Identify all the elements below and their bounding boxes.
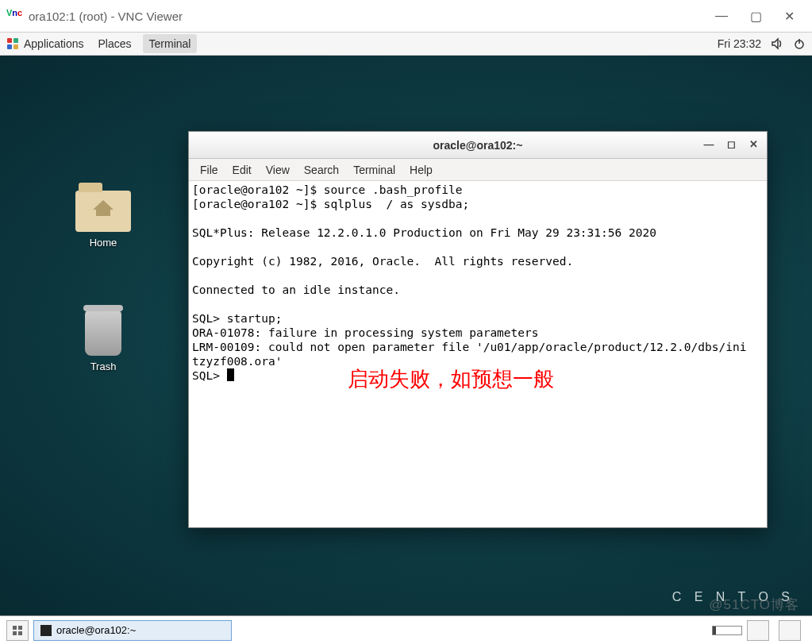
close-icon[interactable]: ✕ (784, 9, 795, 24)
terminal-menubar: File Edit View Search Terminal Help (189, 159, 767, 181)
term-menu-view[interactable]: View (260, 161, 296, 179)
taskbar-item-label: oracle@ora102:~ (56, 624, 136, 636)
sound-icon[interactable] (771, 37, 783, 50)
clock[interactable]: Fri 23:32 (718, 37, 761, 50)
term-menu-search[interactable]: Search (298, 161, 345, 179)
term-minimize-icon[interactable]: — (700, 135, 718, 152)
term-menu-file[interactable]: File (194, 161, 225, 179)
svg-rect-2 (13, 626, 17, 630)
svg-rect-3 (18, 626, 22, 630)
gnome-taskbar: oracle@ora102:~ (0, 615, 812, 644)
home-label: Home (67, 237, 139, 249)
home-folder[interactable]: Home (67, 191, 139, 249)
tray-button-2[interactable] (779, 620, 801, 641)
gnome-topbar: Applications Places Terminal Fri 23:32 (0, 32, 812, 56)
vnc-logo-icon: Vnc (6, 8, 22, 24)
trash[interactable]: Trash (67, 310, 139, 372)
tray-button-1[interactable] (747, 620, 769, 641)
term-menu-help[interactable]: Help (403, 161, 439, 179)
power-icon[interactable] (793, 37, 806, 50)
menu-terminal[interactable]: Terminal (143, 34, 198, 53)
taskbar-item-terminal[interactable]: oracle@ora102:~ (33, 620, 232, 641)
vnc-window: Vnc ora102:1 (root) - VNC Viewer — ▢ ✕ A… (0, 0, 812, 644)
trash-icon (85, 310, 121, 356)
vnc-titlebar[interactable]: Vnc ora102:1 (root) - VNC Viewer — ▢ ✕ (0, 0, 812, 32)
home-icon (91, 199, 115, 218)
vnc-title-text: ora102:1 (root) - VNC Viewer (29, 10, 183, 23)
applications-icon (6, 37, 19, 50)
term-maximize-icon[interactable]: ◻ (722, 135, 740, 152)
menu-applications[interactable]: Applications (24, 37, 84, 50)
terminal-titlebar[interactable]: oracle@ora102:~ — ◻ ✕ (189, 132, 767, 159)
minimize-icon[interactable]: — (715, 9, 728, 24)
watermark: @51CTO博客 (709, 596, 799, 614)
progress-indicator (712, 626, 742, 635)
svg-rect-5 (18, 631, 22, 635)
terminal-icon (40, 625, 52, 636)
maximize-icon[interactable]: ▢ (750, 9, 762, 24)
trash-label: Trash (67, 361, 139, 372)
show-desktop-button[interactable] (6, 620, 29, 641)
menu-places[interactable]: Places (98, 37, 132, 50)
term-close-icon[interactable]: ✕ (745, 135, 762, 152)
svg-rect-4 (13, 631, 17, 635)
terminal-title-text: oracle@ora102:~ (189, 139, 767, 152)
desktop[interactable]: Home Trash C E N T O S oracle@ora102:~ —… (0, 56, 812, 615)
annotation-text: 启动失败，如预想一般 (348, 372, 554, 386)
terminal-window[interactable]: oracle@ora102:~ — ◻ ✕ File Edit View Sea… (188, 131, 768, 528)
term-menu-terminal[interactable]: Terminal (347, 161, 402, 179)
term-menu-edit[interactable]: Edit (226, 161, 258, 179)
terminal-body[interactable]: [oracle@ora102 ~]$ source .bash_profile … (189, 181, 767, 527)
